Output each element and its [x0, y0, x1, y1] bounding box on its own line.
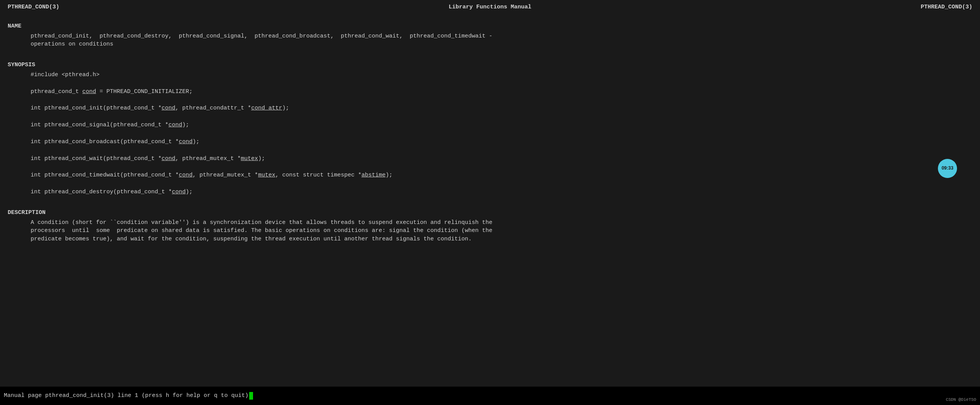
synopsis-include: #include <pthread.h> [31, 71, 972, 79]
description-line3: predicate becomes true), and wait for th… [31, 235, 972, 243]
synopsis-func2: int pthread_cond_signal(pthread_cond_t *… [31, 121, 972, 129]
header-left: PTHREAD_COND(3) [8, 3, 59, 11]
header-right: PTHREAD_COND(3) [921, 3, 972, 11]
synopsis-func6: int pthread_cond_destroy(pthread_cond_t … [31, 188, 972, 196]
synopsis-func5: int pthread_cond_timedwait(pthread_cond_… [31, 171, 972, 180]
synopsis-func4: int pthread_cond_wait(pthread_cond_t *co… [31, 155, 972, 163]
name-desc-line2: operations on conditions [31, 40, 972, 49]
synopsis-init-static: pthread_cond_t cond = PTHREAD_COND_INITI… [31, 88, 972, 96]
watermark-text: CSDN @DieTSO [946, 397, 976, 402]
description-title: DESCRIPTION [8, 209, 972, 217]
header-bar: PTHREAD_COND(3) Library Functions Manual… [0, 0, 980, 15]
content-area: NAME pthread_cond_init, pthread_cond_des… [0, 15, 980, 247]
time-text: 09:33 [942, 165, 954, 171]
synopsis-func1: int pthread_cond_init(pthread_cond_t *co… [31, 104, 972, 113]
status-text: Manual page pthread_cond_init(3) line 1 … [4, 392, 248, 400]
description-content: A condition (short for ``condition varia… [8, 219, 972, 243]
status-bar: Manual page pthread_cond_init(3) line 1 … [0, 387, 980, 405]
synopsis-content: #include <pthread.h> pthread_cond_t cond… [8, 71, 972, 196]
name-desc-line1: pthread_cond_init, pthread_cond_destroy,… [31, 32, 972, 41]
synopsis-title: SYNOPSIS [8, 61, 972, 69]
time-badge: 09:33 [938, 159, 957, 178]
header-center: Library Functions Manual [449, 3, 531, 11]
section-description: DESCRIPTION A condition (short for ``con… [8, 209, 972, 243]
section-synopsis: SYNOPSIS #include <pthread.h> pthread_co… [8, 61, 972, 196]
description-line2: processors until some predicate on share… [31, 227, 972, 235]
main-content: PTHREAD_COND(3) Library Functions Manual… [0, 0, 980, 387]
watermark: CSDN @DieTSO [946, 397, 976, 403]
section-name: NAME pthread_cond_init, pthread_cond_des… [8, 22, 972, 49]
description-line1: A condition (short for ``condition varia… [31, 219, 972, 227]
synopsis-func3: int pthread_cond_broadcast(pthread_cond_… [31, 138, 972, 146]
name-title: NAME [8, 22, 972, 31]
status-cursor [249, 392, 253, 400]
name-description: pthread_cond_init, pthread_cond_destroy,… [8, 32, 972, 49]
